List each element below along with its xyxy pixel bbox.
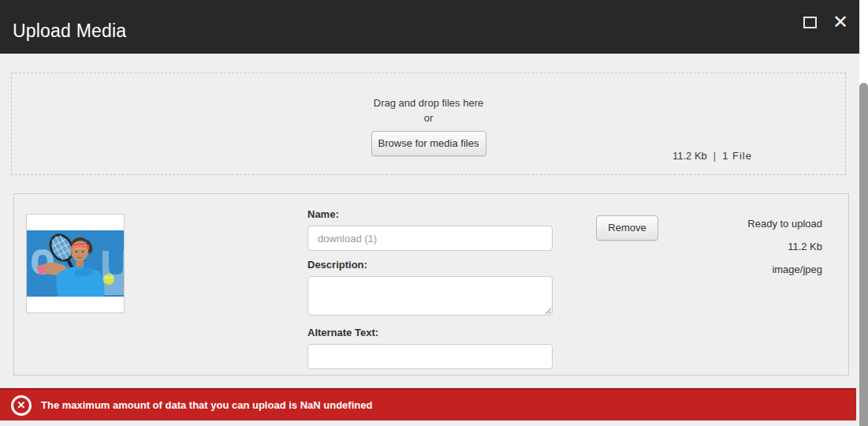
file-size: 11.2 Kb bbox=[747, 241, 822, 252]
upload-total-size: 11.2 Kb bbox=[672, 150, 707, 162]
file-status-column: Ready to upload 11.2 Kb image/jpeg bbox=[747, 218, 822, 286]
upload-summary: 11.2 Kb|1 File bbox=[672, 150, 752, 162]
error-circle-x-icon: ✕ bbox=[11, 395, 32, 416]
close-icon[interactable]: ✕ bbox=[833, 13, 848, 32]
file-form: Name: Description: Alternate Text: bbox=[307, 208, 553, 377]
scrollbar-thumb[interactable] bbox=[859, 83, 868, 426]
dialog-titlebar: Upload Media ✕ bbox=[0, 0, 859, 54]
vertical-scrollbar[interactable] bbox=[859, 0, 868, 426]
browse-media-button[interactable]: Browse for media files bbox=[371, 131, 486, 156]
dropzone-instruction: Drag and drop files here bbox=[12, 97, 845, 109]
file-entry-panel: Name: Description: Alternate Text: Remov… bbox=[13, 193, 849, 376]
file-mime-type: image/jpeg bbox=[747, 263, 822, 275]
alternate-text-label: Alternate Text: bbox=[307, 327, 553, 338]
upload-media-dialog: The maximum amount of data that you can … bbox=[0, 0, 868, 426]
tennis-player-photo bbox=[27, 230, 124, 297]
dialog-title: Upload Media bbox=[13, 21, 126, 42]
description-label: Description: bbox=[307, 259, 553, 271]
file-dropzone[interactable]: Drag and drop files here or Browse for m… bbox=[11, 73, 846, 175]
file-status: Ready to upload bbox=[747, 218, 822, 230]
window-controls: ✕ bbox=[803, 13, 848, 32]
alternate-text-input[interactable] bbox=[307, 344, 553, 369]
file-thumbnail bbox=[26, 214, 125, 313]
upload-file-count: 1 File bbox=[722, 150, 752, 162]
maximize-icon[interactable] bbox=[803, 17, 817, 28]
error-banner: ✕ The maximum amount of data that you ca… bbox=[0, 388, 856, 420]
remove-file-button[interactable]: Remove bbox=[596, 215, 658, 241]
description-input[interactable] bbox=[307, 276, 553, 316]
name-label: Name: bbox=[307, 208, 553, 220]
name-input[interactable] bbox=[307, 226, 553, 251]
error-message: The maximum amount of data that you can … bbox=[41, 399, 372, 411]
dropzone-or-text: or bbox=[12, 112, 845, 124]
summary-separator: | bbox=[707, 150, 722, 162]
